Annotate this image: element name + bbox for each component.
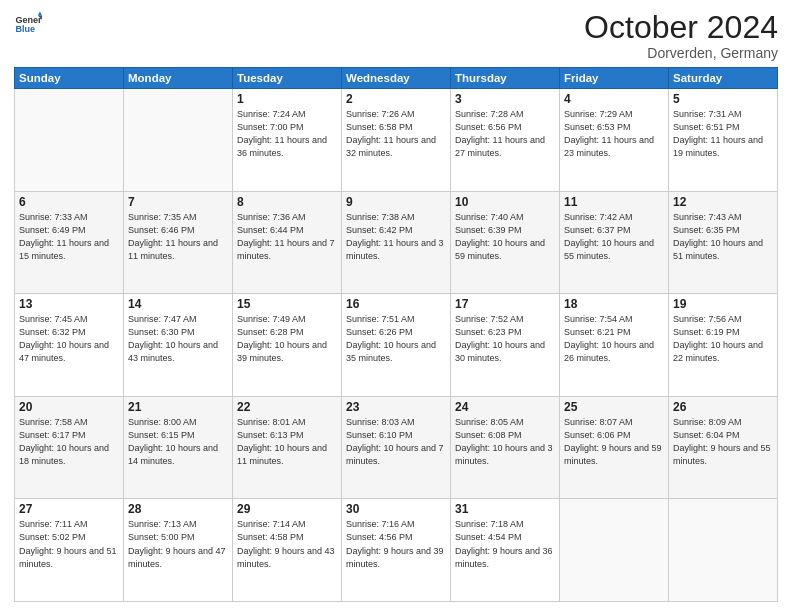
day-cell: 26Sunrise: 8:09 AM Sunset: 6:04 PM Dayli…	[669, 396, 778, 499]
day-cell: 12Sunrise: 7:43 AM Sunset: 6:35 PM Dayli…	[669, 191, 778, 294]
day-number: 12	[673, 195, 773, 209]
weekday-header-thursday: Thursday	[451, 68, 560, 89]
day-number: 22	[237, 400, 337, 414]
day-cell: 11Sunrise: 7:42 AM Sunset: 6:37 PM Dayli…	[560, 191, 669, 294]
day-number: 15	[237, 297, 337, 311]
day-number: 20	[19, 400, 119, 414]
day-info: Sunrise: 7:54 AM Sunset: 6:21 PM Dayligh…	[564, 313, 664, 365]
day-cell: 16Sunrise: 7:51 AM Sunset: 6:26 PM Dayli…	[342, 294, 451, 397]
day-info: Sunrise: 7:40 AM Sunset: 6:39 PM Dayligh…	[455, 211, 555, 263]
svg-marker-2	[38, 11, 42, 15]
day-cell: 30Sunrise: 7:16 AM Sunset: 4:56 PM Dayli…	[342, 499, 451, 602]
day-cell: 5Sunrise: 7:31 AM Sunset: 6:51 PM Daylig…	[669, 89, 778, 192]
day-cell: 25Sunrise: 8:07 AM Sunset: 6:06 PM Dayli…	[560, 396, 669, 499]
day-cell	[669, 499, 778, 602]
day-info: Sunrise: 7:51 AM Sunset: 6:26 PM Dayligh…	[346, 313, 446, 365]
weekday-header-sunday: Sunday	[15, 68, 124, 89]
day-info: Sunrise: 7:58 AM Sunset: 6:17 PM Dayligh…	[19, 416, 119, 468]
day-info: Sunrise: 7:33 AM Sunset: 6:49 PM Dayligh…	[19, 211, 119, 263]
day-cell: 29Sunrise: 7:14 AM Sunset: 4:58 PM Dayli…	[233, 499, 342, 602]
day-cell: 18Sunrise: 7:54 AM Sunset: 6:21 PM Dayli…	[560, 294, 669, 397]
day-number: 6	[19, 195, 119, 209]
day-cell: 31Sunrise: 7:18 AM Sunset: 4:54 PM Dayli…	[451, 499, 560, 602]
day-info: Sunrise: 7:29 AM Sunset: 6:53 PM Dayligh…	[564, 108, 664, 160]
day-number: 10	[455, 195, 555, 209]
day-info: Sunrise: 7:52 AM Sunset: 6:23 PM Dayligh…	[455, 313, 555, 365]
day-number: 29	[237, 502, 337, 516]
svg-text:Blue: Blue	[15, 24, 35, 34]
week-row-4: 20Sunrise: 7:58 AM Sunset: 6:17 PM Dayli…	[15, 396, 778, 499]
day-number: 14	[128, 297, 228, 311]
week-row-5: 27Sunrise: 7:11 AM Sunset: 5:02 PM Dayli…	[15, 499, 778, 602]
day-cell	[15, 89, 124, 192]
day-number: 21	[128, 400, 228, 414]
calendar-body: 1Sunrise: 7:24 AM Sunset: 7:00 PM Daylig…	[15, 89, 778, 602]
weekday-header-row: SundayMondayTuesdayWednesdayThursdayFrid…	[15, 68, 778, 89]
day-info: Sunrise: 7:13 AM Sunset: 5:00 PM Dayligh…	[128, 518, 228, 570]
day-info: Sunrise: 7:38 AM Sunset: 6:42 PM Dayligh…	[346, 211, 446, 263]
day-number: 2	[346, 92, 446, 106]
day-number: 4	[564, 92, 664, 106]
day-cell	[560, 499, 669, 602]
day-cell: 1Sunrise: 7:24 AM Sunset: 7:00 PM Daylig…	[233, 89, 342, 192]
title-area: October 2024 Dorverden, Germany	[584, 10, 778, 61]
logo: General Blue	[14, 10, 42, 38]
day-number: 24	[455, 400, 555, 414]
day-number: 25	[564, 400, 664, 414]
day-cell: 17Sunrise: 7:52 AM Sunset: 6:23 PM Dayli…	[451, 294, 560, 397]
day-info: Sunrise: 7:35 AM Sunset: 6:46 PM Dayligh…	[128, 211, 228, 263]
day-cell: 20Sunrise: 7:58 AM Sunset: 6:17 PM Dayli…	[15, 396, 124, 499]
day-number: 3	[455, 92, 555, 106]
day-info: Sunrise: 7:47 AM Sunset: 6:30 PM Dayligh…	[128, 313, 228, 365]
day-number: 16	[346, 297, 446, 311]
day-number: 19	[673, 297, 773, 311]
day-info: Sunrise: 7:45 AM Sunset: 6:32 PM Dayligh…	[19, 313, 119, 365]
day-cell: 8Sunrise: 7:36 AM Sunset: 6:44 PM Daylig…	[233, 191, 342, 294]
day-info: Sunrise: 7:28 AM Sunset: 6:56 PM Dayligh…	[455, 108, 555, 160]
day-number: 5	[673, 92, 773, 106]
day-cell: 7Sunrise: 7:35 AM Sunset: 6:46 PM Daylig…	[124, 191, 233, 294]
day-cell: 15Sunrise: 7:49 AM Sunset: 6:28 PM Dayli…	[233, 294, 342, 397]
weekday-header-tuesday: Tuesday	[233, 68, 342, 89]
day-number: 27	[19, 502, 119, 516]
day-info: Sunrise: 7:49 AM Sunset: 6:28 PM Dayligh…	[237, 313, 337, 365]
day-cell: 6Sunrise: 7:33 AM Sunset: 6:49 PM Daylig…	[15, 191, 124, 294]
day-info: Sunrise: 7:56 AM Sunset: 6:19 PM Dayligh…	[673, 313, 773, 365]
day-number: 18	[564, 297, 664, 311]
day-info: Sunrise: 8:05 AM Sunset: 6:08 PM Dayligh…	[455, 416, 555, 468]
week-row-3: 13Sunrise: 7:45 AM Sunset: 6:32 PM Dayli…	[15, 294, 778, 397]
day-number: 28	[128, 502, 228, 516]
day-info: Sunrise: 7:31 AM Sunset: 6:51 PM Dayligh…	[673, 108, 773, 160]
day-info: Sunrise: 8:09 AM Sunset: 6:04 PM Dayligh…	[673, 416, 773, 468]
calendar-page: General Blue October 2024 Dorverden, Ger…	[0, 0, 792, 612]
day-cell: 13Sunrise: 7:45 AM Sunset: 6:32 PM Dayli…	[15, 294, 124, 397]
day-info: Sunrise: 7:24 AM Sunset: 7:00 PM Dayligh…	[237, 108, 337, 160]
day-cell: 2Sunrise: 7:26 AM Sunset: 6:58 PM Daylig…	[342, 89, 451, 192]
day-info: Sunrise: 7:43 AM Sunset: 6:35 PM Dayligh…	[673, 211, 773, 263]
day-cell: 10Sunrise: 7:40 AM Sunset: 6:39 PM Dayli…	[451, 191, 560, 294]
month-title: October 2024	[584, 10, 778, 45]
day-number: 7	[128, 195, 228, 209]
day-info: Sunrise: 8:00 AM Sunset: 6:15 PM Dayligh…	[128, 416, 228, 468]
day-cell	[124, 89, 233, 192]
day-cell: 28Sunrise: 7:13 AM Sunset: 5:00 PM Dayli…	[124, 499, 233, 602]
header: General Blue October 2024 Dorverden, Ger…	[14, 10, 778, 61]
day-info: Sunrise: 7:36 AM Sunset: 6:44 PM Dayligh…	[237, 211, 337, 263]
location: Dorverden, Germany	[584, 45, 778, 61]
day-info: Sunrise: 8:07 AM Sunset: 6:06 PM Dayligh…	[564, 416, 664, 468]
weekday-header-monday: Monday	[124, 68, 233, 89]
day-info: Sunrise: 7:42 AM Sunset: 6:37 PM Dayligh…	[564, 211, 664, 263]
weekday-header-saturday: Saturday	[669, 68, 778, 89]
weekday-header-friday: Friday	[560, 68, 669, 89]
day-cell: 9Sunrise: 7:38 AM Sunset: 6:42 PM Daylig…	[342, 191, 451, 294]
day-number: 1	[237, 92, 337, 106]
day-info: Sunrise: 8:01 AM Sunset: 6:13 PM Dayligh…	[237, 416, 337, 468]
week-row-2: 6Sunrise: 7:33 AM Sunset: 6:49 PM Daylig…	[15, 191, 778, 294]
day-number: 17	[455, 297, 555, 311]
day-cell: 22Sunrise: 8:01 AM Sunset: 6:13 PM Dayli…	[233, 396, 342, 499]
day-cell: 19Sunrise: 7:56 AM Sunset: 6:19 PM Dayli…	[669, 294, 778, 397]
calendar-header: SundayMondayTuesdayWednesdayThursdayFrid…	[15, 68, 778, 89]
day-number: 31	[455, 502, 555, 516]
day-number: 13	[19, 297, 119, 311]
week-row-1: 1Sunrise: 7:24 AM Sunset: 7:00 PM Daylig…	[15, 89, 778, 192]
